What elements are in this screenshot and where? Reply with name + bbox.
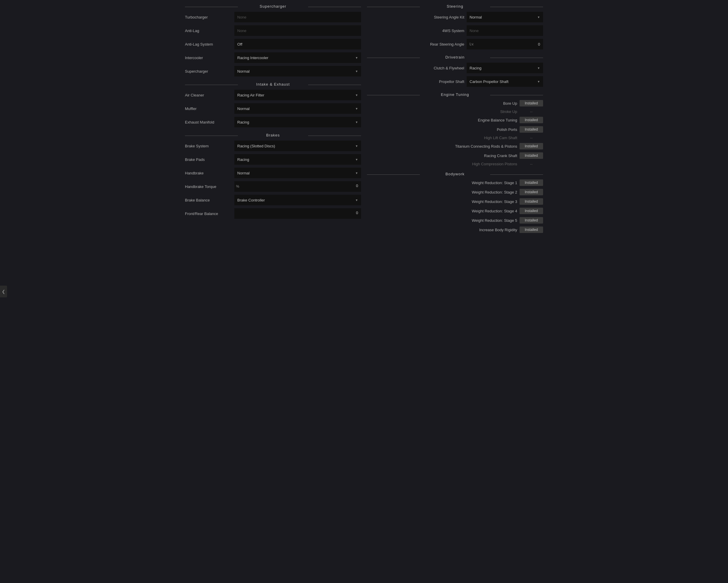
exhaust-manifold-row: Exhaust Manifold Racing ▼ [185,115,361,129]
exhaust-manifold-dropdown[interactable]: Racing ▼ [234,117,361,127]
weight-stage1-row: Weight Reduction: Stage 1 Installed [367,178,543,187]
nav-back-button[interactable]: ❮ [0,286,7,297]
titanium-rods-row: Titanium Connecting Rods & Pistons Insta… [367,142,543,151]
intercooler-value: Racing Intercooler [237,56,268,60]
steering-angle-kit-dropdown[interactable]: Normal ▼ [467,12,543,22]
brake-balance-value: Brake Controller [237,198,265,202]
clutch-flywheel-dropdown[interactable]: Racing ▼ [467,62,543,73]
antilag-system-dropdown[interactable]: Off [234,39,361,49]
drivetrain-section: Drivetrain Clutch & Flywheel Racing ▼ Pr… [367,54,543,88]
supercharger-value: Normal [237,69,250,74]
muffler-arrow: ▼ [355,107,358,110]
antilag-system-label: Anti-Lag System [185,42,232,47]
antilag-value: None [237,28,246,33]
intake-exhaust-header: Intake & Exhaust [185,81,361,88]
steering-angle-kit-arrow: ▼ [537,16,540,19]
clutch-flywheel-arrow: ▼ [537,67,540,70]
stroke-up-value: -- [520,109,543,114]
racing-crank-row: Racing Crank Shaft Installed [367,151,543,160]
weight-stage2-badge[interactable]: Installed [520,189,543,195]
intake-exhaust-section: Intake & Exhaust Air Cleaner Racing Air … [185,81,361,129]
antilag-system-row: Anti-Lag System Off [185,37,361,51]
turbocharger-value: None [237,15,246,19]
stroke-up-label: Stroke Up [367,109,517,114]
polish-ports-badge[interactable]: Installed [520,126,543,133]
rear-steering-angle-input-area[interactable]: Lv. 0 [467,39,543,49]
handbrake-torque-row: Handbrake Torque % 0 [185,180,361,193]
weight-stage1-badge[interactable]: Installed [520,179,543,186]
engine-balance-badge[interactable]: Installed [520,117,543,123]
exhaust-manifold-label: Exhaust Manifold [185,120,232,124]
clutch-flywheel-label: Clutch & Flywheel [367,66,464,70]
body-rigidity-badge[interactable]: Installed [520,227,543,233]
drivetrain-header: Drivetrain [367,54,543,61]
titanium-rods-badge[interactable]: Installed [520,143,543,149]
four-ws-row: 4WS System None [367,24,543,37]
weight-stage2-label: Weight Reduction: Stage 2 [367,190,517,195]
polish-ports-label: Polish Ports [367,127,517,132]
supercharger-arrow: ▼ [355,70,358,73]
muffler-dropdown[interactable]: Normal ▼ [234,103,361,114]
brake-pads-row: Brake Pads Racing ▼ [185,153,361,166]
racing-crank-badge[interactable]: Installed [520,152,543,159]
propellor-shaft-dropdown[interactable]: Carbon Propellor Shaft ▼ [467,76,543,87]
steering-angle-kit-label: Steering Angle Kit [367,15,464,19]
front-rear-balance-label: Front/Rear Balance [185,211,232,216]
air-cleaner-dropdown[interactable]: Racing Air Filter ▼ [234,90,361,100]
four-ws-value: None [470,28,479,33]
high-compression-row: High Compression Pistons -- [367,160,543,168]
intercooler-label: Intercooler [185,56,232,60]
antilag-dropdown[interactable]: None [234,25,361,36]
propellor-shaft-label: Propellor Shaft [367,79,464,84]
muffler-value: Normal [237,106,250,111]
supercharger-header: Supercharger [185,3,361,10]
high-compression-value: -- [520,162,543,166]
handbrake-value: Normal [237,171,250,175]
supercharger-section: Supercharger Turbocharger None Anti-Lag … [185,3,361,78]
weight-stage4-badge[interactable]: Installed [520,208,543,214]
body-rigidity-row: Increase Body Rigidity Installed [367,225,543,234]
engine-balance-row: Engine Balance Tuning Installed [367,115,543,125]
intercooler-arrow: ▼ [355,56,358,59]
bore-up-row: Bore Up Installed [367,99,543,108]
four-ws-dropdown[interactable]: None [467,25,543,36]
brakes-section: Brakes Brake System Racing (Slotted Disc… [185,132,361,220]
brake-pads-value: Racing [237,157,249,162]
brake-system-row: Brake System Racing (Slotted Discs) ▼ [185,139,361,153]
engine-tuning-section: Engine Tuning Bore Up Installed Stroke U… [367,91,543,168]
brake-balance-row: Brake Balance Brake Controller ▼ [185,193,361,207]
exhaust-manifold-value: Racing [237,120,249,124]
handbrake-torque-input[interactable]: 0 [241,181,361,192]
handbrake-torque-unit: % [234,181,241,192]
rear-steering-angle-value: 0 [538,42,540,47]
brake-pads-dropdown[interactable]: Racing ▼ [234,154,361,165]
bore-up-badge[interactable]: Installed [520,100,543,106]
handbrake-row: Handbrake Normal ▼ [185,166,361,180]
intercooler-row: Intercooler Racing Intercooler ▼ [185,51,361,65]
supercharger-dropdown[interactable]: Normal ▼ [234,66,361,76]
rear-steering-angle-label: Rear Steering Angle [367,42,464,47]
weight-stage3-badge[interactable]: Installed [520,198,543,205]
handbrake-dropdown[interactable]: Normal ▼ [234,168,361,178]
brake-balance-label: Brake Balance [185,198,232,202]
front-rear-balance-input[interactable]: 0 [234,208,361,219]
engine-balance-label: Engine Balance Tuning [367,118,517,122]
clutch-flywheel-value: Racing [470,66,481,70]
brake-pads-arrow: ▼ [355,158,358,161]
air-cleaner-value: Racing Air Filter [237,93,264,97]
turbocharger-dropdown[interactable]: None [234,12,361,22]
propellor-shaft-value: Carbon Propellor Shaft [470,79,509,84]
intercooler-dropdown[interactable]: Racing Intercooler ▼ [234,52,361,63]
bodywork-header: Bodywork [367,171,543,178]
supercharger-label: Supercharger [185,69,232,74]
high-lift-cam-label: High Lift Cam Shaft [367,135,517,140]
brake-balance-dropdown[interactable]: Brake Controller ▼ [234,195,361,205]
steering-header: Steering [367,3,543,10]
rear-steering-angle-row: Rear Steering Angle Lv. 0 [367,37,543,51]
steering-angle-kit-value: Normal [470,15,482,19]
brake-system-arrow: ▼ [355,145,358,148]
brake-system-dropdown[interactable]: Racing (Slotted Discs) ▼ [234,141,361,151]
racing-crank-label: Racing Crank Shaft [367,154,517,158]
weight-stage5-badge[interactable]: Installed [520,217,543,224]
front-rear-balance-row: Front/Rear Balance 0 [185,207,361,220]
